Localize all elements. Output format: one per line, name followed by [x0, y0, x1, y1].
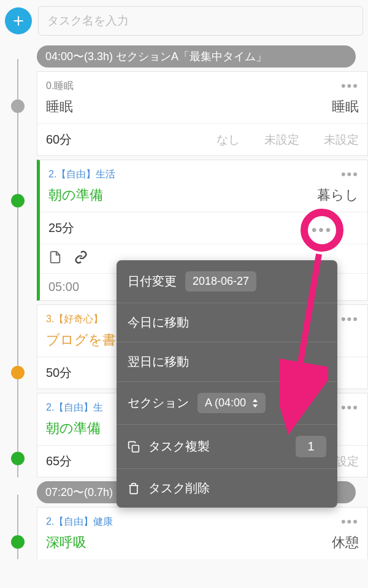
dup-count[interactable]: 1 — [296, 436, 326, 457]
task-card[interactable]: 2.【自由】健康 ••• 深呼吸 休憩 — [37, 507, 368, 559]
timeline-dot — [11, 99, 25, 113]
task-tag: 休憩 — [332, 533, 359, 552]
task-title: 朝の準備 — [48, 186, 103, 204]
menu-label: タスク削除 — [148, 480, 210, 497]
task-title: 深呼吸 — [46, 533, 86, 552]
more-icon[interactable]: ••• — [341, 400, 359, 416]
task-title: ブログを書 — [46, 331, 116, 349]
category-label: 0.睡眠 — [46, 80, 74, 93]
menu-section[interactable]: セクション A (04:00 — [117, 382, 337, 425]
category-label: 2.【自由】生活 — [48, 168, 115, 181]
option: 未設定 — [324, 132, 359, 148]
duration-label: 25分 — [48, 220, 74, 236]
section-a-header: 04:00〜(3.3h) セクションA「最集中タイム」 — [37, 45, 356, 68]
task-tag: 睡眠 — [332, 98, 359, 116]
timeline-dot — [11, 366, 25, 379]
trash-icon — [128, 482, 140, 495]
more-icon[interactable]: ••• — [341, 514, 359, 530]
menu-label: セクション — [128, 395, 189, 411]
category-label: 2.【自由】健康 — [46, 516, 113, 528]
more-icon[interactable]: ••• — [341, 78, 359, 94]
category-label: 2.【自由】生 — [46, 401, 103, 414]
section-select[interactable]: A (04:00 — [197, 393, 266, 413]
menu-duplicate[interactable]: タスク複製 1 — [117, 425, 337, 469]
menu-label: 翌日に移動 — [128, 354, 189, 370]
menu-label: 日付変更 — [128, 273, 177, 290]
add-task-button[interactable] — [5, 7, 32, 34]
task-tag: 暮らし — [317, 186, 359, 204]
menu-date-change[interactable]: 日付変更 2018-06-27 — [117, 260, 337, 303]
copy-icon — [128, 441, 140, 453]
option: 未設定 — [264, 132, 299, 148]
plus-icon — [10, 13, 26, 29]
timeline-dot — [11, 194, 25, 207]
option: なし — [217, 132, 240, 148]
menu-move-tomorrow[interactable]: 翌日に移動 — [117, 342, 337, 382]
link-icon[interactable] — [74, 250, 88, 267]
more-icon[interactable]: ••• — [341, 311, 359, 327]
timeline-dot — [11, 452, 25, 465]
menu-delete[interactable]: タスク削除 — [117, 469, 337, 508]
svg-rect-0 — [132, 445, 139, 452]
more-icon: ••• — [312, 222, 332, 239]
more-icon[interactable]: ••• — [341, 166, 359, 182]
task-title: 朝の準備 — [46, 419, 101, 438]
category-label: 3.【好奇心】 — [46, 313, 103, 326]
document-icon[interactable] — [48, 250, 62, 267]
timeline-dot — [11, 535, 25, 549]
duration-label: 65分 — [46, 453, 72, 470]
sort-icon — [252, 399, 258, 408]
duration-label: 60分 — [46, 131, 72, 148]
task-name-input[interactable]: タスク名を入力 — [38, 6, 363, 36]
context-menu: 日付変更 2018-06-27 今日に移動 翌日に移動 セクション A (04:… — [117, 260, 337, 508]
menu-label: 今日に移動 — [128, 314, 189, 331]
annotation-highlight: ••• — [301, 209, 343, 252]
task-title: 睡眠 — [46, 98, 73, 116]
duration-label: 50分 — [46, 365, 72, 381]
menu-move-today[interactable]: 今日に移動 — [117, 303, 337, 342]
task-card[interactable]: 0.睡眠 ••• 睡眠 睡眠 60分 なし 未設定 未設定 — [37, 71, 368, 156]
menu-label: タスク複製 — [148, 438, 210, 455]
date-value[interactable]: 2018-06-27 — [185, 271, 256, 292]
